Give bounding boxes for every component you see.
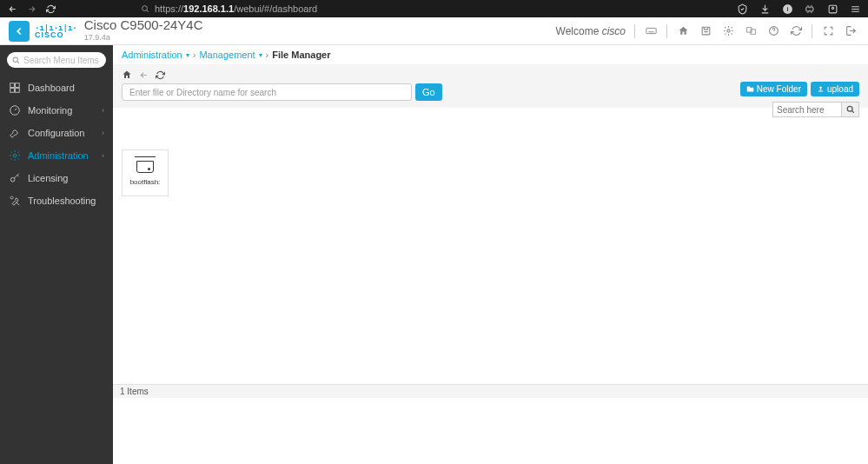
device-title: Cisco C9500-24Y4C	[84, 19, 203, 31]
sidebar-item-administration[interactable]: Administration›	[0, 144, 113, 167]
grid-search[interactable]	[772, 102, 859, 117]
sidebar-item-monitoring[interactable]: Monitoring›	[0, 99, 113, 122]
refresh-icon[interactable]	[789, 24, 803, 38]
sidebar-item-label: Dashboard	[28, 83, 75, 93]
info-icon[interactable]: i	[781, 3, 793, 15]
sidebar-item-label: Administration	[28, 150, 89, 161]
browser-forward-icon[interactable]	[26, 3, 36, 14]
new-folder-button[interactable]: New Folder	[740, 82, 807, 96]
sidebar: Search Menu Items DashboardMonitoring›Co…	[0, 45, 113, 464]
download-icon[interactable]	[759, 3, 771, 15]
grid-search-input[interactable]	[772, 102, 842, 117]
fullscreen-icon[interactable]	[821, 24, 835, 38]
svg-text:i: i	[786, 5, 788, 11]
browser-back-icon[interactable]	[7, 3, 17, 14]
svg-rect-6	[702, 27, 710, 35]
gear-icon	[9, 149, 21, 162]
app-header: ·ı|ı·ı|ı· CISCO Cisco C9500-24Y4C 17.9.4…	[0, 17, 868, 45]
file-label: bootflash:	[130, 178, 161, 186]
back-button[interactable]	[9, 21, 30, 42]
svg-point-4	[832, 7, 833, 9]
help-icon[interactable]	[766, 24, 780, 38]
sidebar-item-label: Troubleshooting	[28, 196, 96, 206]
svg-point-17	[13, 154, 17, 157]
sidebar-item-label: Monitoring	[28, 105, 72, 116]
home-icon[interactable]	[676, 24, 690, 38]
key-icon	[9, 172, 21, 184]
upload-button[interactable]: upload	[811, 82, 859, 96]
breadcrumb-admin[interactable]: Administration	[122, 50, 182, 60]
sidebar-item-troubleshooting[interactable]: Troubleshooting	[0, 189, 113, 212]
file-grid: bootflash:	[113, 139, 868, 464]
svg-point-18	[10, 177, 15, 182]
menu-search-input[interactable]: Search Menu Items	[7, 52, 106, 68]
extensions-icon[interactable]	[804, 3, 816, 15]
breadcrumb-current: File Manager	[272, 50, 330, 60]
disk-icon	[136, 161, 154, 173]
url-text: https://192.168.1.1/webui/#/dashboard	[155, 3, 317, 14]
chevron-right-icon: ›	[102, 151, 104, 160]
welcome-text: Welcome cisco	[556, 25, 626, 37]
svg-rect-5	[646, 28, 655, 33]
version-label: 17.9.4a	[84, 31, 203, 43]
wrench-icon	[9, 127, 21, 139]
svg-rect-13	[16, 83, 20, 88]
browser-chrome: https://192.168.1.1/webui/#/dashboard i	[0, 0, 868, 17]
account-icon[interactable]	[826, 3, 838, 15]
search-icon	[12, 56, 20, 64]
dashboard-icon	[9, 82, 21, 94]
chevron-right-icon: ›	[102, 129, 104, 137]
sidebar-item-configuration[interactable]: Configuration›	[0, 122, 113, 144]
file-item[interactable]: bootflash:	[122, 149, 169, 196]
svg-point-11	[13, 57, 17, 62]
breadcrumb: Administration▾ › Management▾ › File Man…	[113, 45, 868, 64]
language-icon[interactable]	[744, 24, 758, 38]
svg-rect-12	[10, 83, 15, 88]
browser-reload-icon[interactable]	[45, 3, 56, 14]
grid-search-button[interactable]	[842, 102, 859, 117]
svg-rect-15	[16, 89, 20, 93]
keyboard-icon[interactable]	[644, 24, 658, 38]
settings-icon[interactable]	[721, 24, 735, 38]
cisco-logo: ·ı|ı·ı|ı· CISCO	[35, 24, 77, 38]
sidebar-item-label: Configuration	[28, 128, 84, 138]
tools-icon	[9, 195, 21, 207]
save-icon[interactable]	[699, 24, 712, 38]
svg-rect-14	[10, 89, 15, 93]
sidebar-item-label: Licensing	[28, 173, 68, 183]
content-area: Administration▾ › Management▾ › File Man…	[113, 45, 868, 464]
svg-point-19	[847, 106, 852, 111]
status-bar: 1 Items	[113, 384, 868, 398]
sidebar-item-licensing[interactable]: Licensing	[0, 167, 113, 189]
breadcrumb-mgmt[interactable]: Management	[199, 50, 255, 60]
shield-icon[interactable]	[736, 3, 748, 15]
svg-point-0	[142, 6, 148, 11]
sidebar-item-dashboard[interactable]: Dashboard	[0, 76, 113, 99]
gauge-icon	[9, 104, 21, 116]
chevron-right-icon: ›	[102, 106, 104, 115]
menu-icon[interactable]	[849, 3, 861, 15]
browser-address-bar[interactable]: https://192.168.1.1/webui/#/dashboard	[141, 3, 317, 14]
logout-icon[interactable]	[844, 24, 858, 38]
svg-point-7	[726, 30, 729, 32]
